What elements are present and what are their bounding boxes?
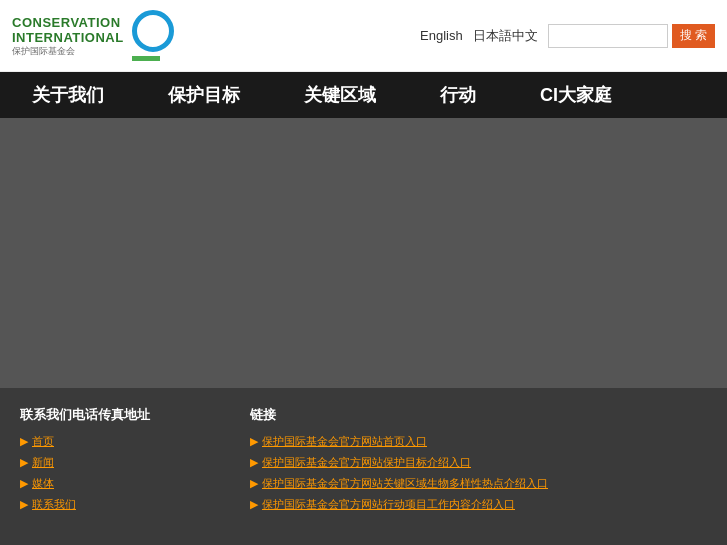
footer-col2-link-text-2: 保护国际基金会官方网站保护目标介绍入口 bbox=[262, 455, 471, 470]
arrow-icon-2: ▶ bbox=[20, 456, 28, 469]
footer-link-3[interactable]: ▶ 媒体 bbox=[20, 476, 150, 491]
logo-circle-icon bbox=[132, 10, 174, 52]
footer-link-1[interactable]: ▶ 首页 bbox=[20, 434, 150, 449]
logo-text: CONSERVATION INTERNATIONAL 保护国际基金会 bbox=[12, 15, 124, 57]
footer-col2-link-text-4: 保护国际基金会官方网站行动项目工作内容介绍入口 bbox=[262, 497, 515, 512]
header-right: English 日本語中文 搜 索 bbox=[420, 24, 715, 48]
footer-column-1: 联系我们电话传真地址 ▶ 首页 ▶ 新闻 ▶ 媒体 ▶ 联系我们 bbox=[20, 406, 150, 527]
logo-text-block: CONSERVATION INTERNATIONAL 保护国际基金会 bbox=[12, 15, 124, 57]
footer-link-text-2: 新闻 bbox=[32, 455, 54, 470]
main-navigation: 关于我们 保护目标 关键区域 行动 CI大家庭 bbox=[0, 72, 727, 118]
footer-col2-link-text-3: 保护国际基金会官方网站关键区域生物多样性热点介绍入口 bbox=[262, 476, 548, 491]
arrow-icon-c2-3: ▶ bbox=[250, 477, 258, 490]
footer-column-2: 链接 ▶ 保护国际基金会官方网站首页入口 ▶ 保护国际基金会官方网站保护目标介绍… bbox=[250, 406, 548, 527]
nav-item-action[interactable]: 行动 bbox=[408, 72, 508, 118]
language-chinese[interactable]: 日本語中文 bbox=[473, 27, 538, 45]
footer: 联系我们电话传真地址 ▶ 首页 ▶ 新闻 ▶ 媒体 ▶ 联系我们 链接 ▶ 保护… bbox=[0, 388, 727, 545]
arrow-icon-3: ▶ bbox=[20, 477, 28, 490]
logo-line1: CONSERVATION bbox=[12, 15, 124, 31]
logo-area: CONSERVATION INTERNATIONAL 保护国际基金会 bbox=[12, 10, 174, 61]
language-english[interactable]: English bbox=[420, 28, 463, 43]
search-button[interactable]: 搜 索 bbox=[672, 24, 715, 48]
logo-bar-icon bbox=[132, 56, 160, 61]
arrow-icon-4: ▶ bbox=[20, 498, 28, 511]
footer-col2-heading: 链接 bbox=[250, 406, 548, 424]
footer-col2-link-text-1: 保护国际基金会官方网站首页入口 bbox=[262, 434, 427, 449]
footer-link-2[interactable]: ▶ 新闻 bbox=[20, 455, 150, 470]
search-input[interactable] bbox=[548, 24, 668, 48]
arrow-icon-1: ▶ bbox=[20, 435, 28, 448]
nav-item-ci-family[interactable]: CI大家庭 bbox=[508, 72, 644, 118]
footer-col2-link-3[interactable]: ▶ 保护国际基金会官方网站关键区域生物多样性热点介绍入口 bbox=[250, 476, 548, 491]
nav-item-regions[interactable]: 关键区域 bbox=[272, 72, 408, 118]
nav-item-conservation[interactable]: 保护目标 bbox=[136, 72, 272, 118]
footer-col1-heading: 联系我们电话传真地址 bbox=[20, 406, 150, 424]
footer-link-text-1: 首页 bbox=[32, 434, 54, 449]
search-box: 搜 索 bbox=[548, 24, 715, 48]
footer-col2-link-1[interactable]: ▶ 保护国际基金会官方网站首页入口 bbox=[250, 434, 548, 449]
nav-item-about[interactable]: 关于我们 bbox=[0, 72, 136, 118]
main-content-area bbox=[0, 118, 727, 388]
header: CONSERVATION INTERNATIONAL 保护国际基金会 Engli… bbox=[0, 0, 727, 72]
logo-line2: INTERNATIONAL bbox=[12, 30, 124, 46]
footer-col2-link-2[interactable]: ▶ 保护国际基金会官方网站保护目标介绍入口 bbox=[250, 455, 548, 470]
arrow-icon-c2-4: ▶ bbox=[250, 498, 258, 511]
arrow-icon-c2-2: ▶ bbox=[250, 456, 258, 469]
footer-link-4[interactable]: ▶ 联系我们 bbox=[20, 497, 150, 512]
footer-col2-link-4[interactable]: ▶ 保护国际基金会官方网站行动项目工作内容介绍入口 bbox=[250, 497, 548, 512]
footer-link-text-3: 媒体 bbox=[32, 476, 54, 491]
logo-subtitle: 保护国际基金会 bbox=[12, 46, 124, 57]
footer-link-text-4: 联系我们 bbox=[32, 497, 76, 512]
logo-icon-block bbox=[132, 10, 174, 61]
arrow-icon-c2-1: ▶ bbox=[250, 435, 258, 448]
